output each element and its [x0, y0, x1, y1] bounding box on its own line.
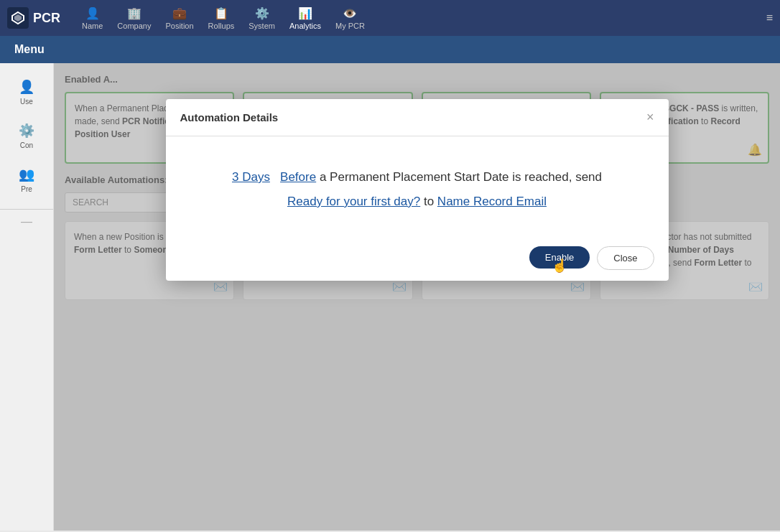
- cursor-indicator: ☝: [552, 258, 567, 274]
- modal-middle-text: a Permanent Placement Start Date is reac…: [320, 170, 602, 184]
- modal-body: 3 Days Before a Permanent Placement Star…: [166, 136, 669, 235]
- email-link[interactable]: Name Record Email: [437, 195, 547, 208]
- menu-label: Menu: [14, 43, 45, 55]
- name-icon: 👤: [85, 6, 100, 20]
- days-link[interactable]: 3 Days: [232, 170, 270, 184]
- logo: PCR: [7, 7, 60, 29]
- nav-item-name[interactable]: 👤 Name: [82, 6, 103, 30]
- sidebar-item-user[interactable]: 👤 Use: [0, 70, 53, 114]
- modal-footer: Enable ☝ Close: [166, 235, 669, 281]
- modal-close-button[interactable]: ×: [646, 110, 654, 125]
- nav-item-system[interactable]: ⚙️ System: [249, 6, 275, 30]
- sidebar: 👤 Use ⚙️ Con 👥 Pre —: [0, 63, 54, 531]
- nav-label-company: Company: [117, 22, 151, 30]
- mypcr-icon: 👁️: [343, 6, 357, 20]
- menu-bar: Menu: [0, 36, 780, 63]
- modal-header: Automation Details ×: [166, 99, 669, 136]
- nav-item-analytics[interactable]: 📊 Analytics: [289, 6, 321, 30]
- position-icon: 💼: [172, 6, 187, 20]
- sidebar-label-user: Use: [20, 98, 33, 106]
- main-content: 👤 Use ⚙️ Con 👥 Pre — Enabled A... When a…: [0, 63, 780, 531]
- nav-label-position: Position: [165, 22, 193, 30]
- nav-item-position[interactable]: 💼 Position: [165, 6, 193, 30]
- top-navigation: PCR 👤 Name 🏢 Company 💼 Position 📋 Rollup…: [0, 0, 780, 36]
- sidebar-item-people[interactable]: 👥 Pre: [0, 158, 53, 202]
- nav-item-rollups[interactable]: 📋 Rollups: [208, 6, 235, 30]
- system-icon: ⚙️: [255, 6, 269, 20]
- modal-to-text: to: [424, 195, 437, 208]
- svg-marker-1: [14, 14, 22, 22]
- config-icon: ⚙️: [19, 123, 34, 139]
- company-icon: 🏢: [127, 6, 141, 20]
- sidebar-label-config: Con: [20, 141, 33, 149]
- automation-details-modal: Automation Details × 3 Days Before a Per…: [166, 99, 669, 281]
- analytics-icon: 📊: [298, 6, 312, 20]
- nav-label-name: Name: [82, 22, 103, 30]
- people-icon: 👥: [19, 167, 34, 182]
- sidebar-item-config[interactable]: ⚙️ Con: [0, 114, 53, 158]
- logo-svg: [11, 11, 25, 25]
- user-icon: 👤: [19, 79, 34, 95]
- close-button[interactable]: Close: [597, 246, 654, 270]
- before-link[interactable]: Before: [280, 170, 316, 184]
- nav-item-mypcr[interactable]: 👁️ My PCR: [335, 6, 365, 30]
- rollups-icon: 📋: [214, 6, 228, 20]
- nav-label-analytics: Analytics: [289, 22, 321, 30]
- nav-right-icon: ≡: [766, 11, 773, 24]
- sidebar-label-people: Pre: [21, 185, 32, 193]
- nav-label-mypcr: My PCR: [335, 22, 365, 30]
- nav-label-system: System: [249, 22, 275, 30]
- logo-icon: [7, 7, 29, 29]
- modal-title: Automation Details: [180, 111, 279, 123]
- content-area: Enabled A... When a Permanent Placement …: [54, 63, 780, 531]
- sidebar-separator: —: [0, 209, 53, 228]
- logo-text: PCR: [33, 11, 60, 26]
- nav-label-rollups: Rollups: [208, 22, 235, 30]
- nav-item-company[interactable]: 🏢 Company: [117, 6, 151, 30]
- modal-body-text: 3 Days Before a Permanent Placement Star…: [187, 165, 647, 214]
- nav-items: 👤 Name 🏢 Company 💼 Position 📋 Rollups ⚙️…: [82, 6, 365, 30]
- template-link[interactable]: Ready for your first day?: [287, 195, 420, 208]
